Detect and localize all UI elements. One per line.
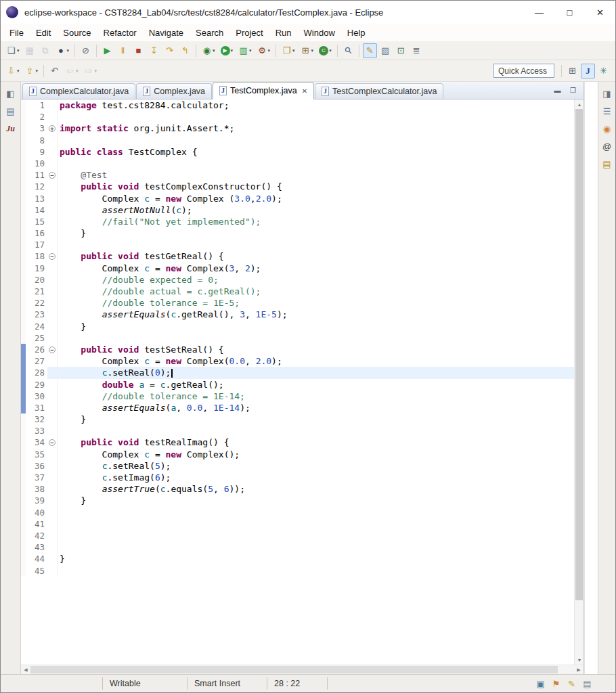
console-status-button[interactable]: ▣ xyxy=(533,677,548,690)
code-line[interactable]: 14 assertNotNull(c); xyxy=(21,204,574,216)
code-line[interactable]: 17 xyxy=(21,239,574,250)
javadoc-view-button[interactable]: @ xyxy=(600,139,614,154)
run-button[interactable]: ▶▾ xyxy=(219,43,236,58)
code-line[interactable]: 3+import static org.junit.Assert.*; xyxy=(21,122,574,134)
code-line[interactable]: 29 double a = c.getReal(); xyxy=(21,379,574,390)
menu-help[interactable]: Help xyxy=(341,25,372,41)
code-line[interactable]: 40 xyxy=(21,507,574,518)
code-line[interactable]: 15 //fail("Not yet implemented"); xyxy=(21,216,574,227)
skip-breakpoints-button[interactable]: ⊘ xyxy=(79,43,93,58)
step-return-button[interactable]: ↰ xyxy=(178,43,192,58)
code-line[interactable]: 1package test.cst8284.calculator; xyxy=(21,99,574,111)
code-line[interactable]: 34− public void testRealImag() { xyxy=(21,437,574,448)
code-area[interactable]: 1package test.cst8284.calculator;23+impo… xyxy=(21,99,574,665)
code-line[interactable]: 26− public void testSetReal() { xyxy=(21,344,574,355)
code-line[interactable]: 13 Complex c = new Complex (3.0,2.0); xyxy=(21,193,574,204)
minimize-editor-button[interactable]: ▬ xyxy=(550,83,565,98)
code-line[interactable]: 30 //double tolerance = 1E-14; xyxy=(21,390,574,402)
external-tools-button[interactable]: ⚙▾ xyxy=(255,43,273,58)
step-over-button[interactable]: ↷ xyxy=(162,43,177,58)
new-class-button[interactable]: C▾ xyxy=(317,43,334,58)
debug-button[interactable]: ◉▾ xyxy=(200,43,217,58)
code-line[interactable]: 16 } xyxy=(21,227,574,239)
horizontal-scrollbar[interactable]: ◀ ▶ xyxy=(21,665,584,674)
menu-run[interactable]: Run xyxy=(269,25,298,41)
horizontal-scroll-thumb[interactable] xyxy=(30,666,558,673)
vertical-scrollbar[interactable]: ▲ ▼ xyxy=(574,99,584,665)
code-line[interactable]: 12 public void testComplexConstructor() … xyxy=(21,181,574,192)
scroll-right-button[interactable]: ▶ xyxy=(574,665,584,675)
bookmark-status-button[interactable]: ⚑ xyxy=(549,677,563,690)
code-line[interactable]: 32 } xyxy=(21,413,574,425)
code-line[interactable]: 38 assertTrue(c.equals(5, 6)); xyxy=(21,483,574,495)
code-line[interactable]: 20 //double expected = 0; xyxy=(21,274,574,286)
show-views-button[interactable]: ≣ xyxy=(410,43,424,58)
code-line[interactable]: 10 xyxy=(21,158,574,169)
show-annotations-button[interactable]: ▧ xyxy=(378,43,393,58)
fold-collapse-icon[interactable]: − xyxy=(49,172,56,179)
menu-refactor[interactable]: Refactor xyxy=(97,25,143,41)
code-line[interactable]: 31 assertEquals(a, 0.0, 1E-14); xyxy=(21,402,574,413)
menu-edit[interactable]: Edit xyxy=(30,25,57,41)
step-into-button[interactable]: ↧ xyxy=(147,43,161,58)
code-line[interactable]: 42 xyxy=(21,530,574,541)
code-line[interactable]: 11− @Test xyxy=(21,169,574,181)
new-wizard-button[interactable]: ❏▾ xyxy=(4,43,22,58)
code-line[interactable]: 28 c.setReal(0); xyxy=(21,367,574,378)
next-annotation-button[interactable]: ⇩▾ xyxy=(4,64,22,79)
tab-close-icon[interactable]: ✕ xyxy=(302,87,307,95)
code-line[interactable]: 8 xyxy=(21,135,574,146)
scroll-up-button[interactable]: ▲ xyxy=(575,99,584,109)
tab-Complex-java[interactable]: JComplex.java xyxy=(136,83,212,99)
menu-project[interactable]: Project xyxy=(229,25,269,41)
code-line[interactable]: 37 c.setImag(6); xyxy=(21,472,574,483)
code-line[interactable]: 25 xyxy=(21,332,574,344)
close-window-button[interactable]: ✕ xyxy=(585,1,615,24)
code-line[interactable]: 43 xyxy=(21,541,574,553)
fold-collapse-icon[interactable]: − xyxy=(49,253,56,260)
restore-left-views-button[interactable]: ◧ xyxy=(3,86,18,101)
package-explorer-button[interactable]: ▤ xyxy=(3,104,18,118)
maximize-window-button[interactable]: □ xyxy=(554,1,585,24)
scroll-left-button[interactable]: ◀ xyxy=(21,665,30,675)
code-line[interactable]: 23 assertEquals(c.getReal(), 3, 1E-5); xyxy=(21,309,574,320)
horizontal-scroll-track[interactable] xyxy=(30,665,574,674)
code-line[interactable]: 21 //double actual = c.getReal(); xyxy=(21,286,574,297)
javaee-perspective-button[interactable]: ✳ xyxy=(596,64,611,79)
menu-source[interactable]: Source xyxy=(57,25,97,41)
coverage-button[interactable]: ▥▾ xyxy=(236,43,254,58)
menu-file[interactable]: File xyxy=(3,25,30,41)
minimize-window-button[interactable]: — xyxy=(524,1,554,24)
code-line[interactable]: 2 xyxy=(21,111,574,122)
outline-view-button[interactable]: ☰ xyxy=(600,104,614,118)
tab-TestComplexCalculator-java[interactable]: JTestComplexCalculator.java xyxy=(315,83,443,99)
vertical-scroll-track[interactable] xyxy=(575,109,584,655)
resume-button[interactable]: ▶ xyxy=(100,43,114,58)
heap-status-button[interactable]: ▤ xyxy=(580,677,594,690)
code-line[interactable]: 33 xyxy=(21,425,574,437)
vertical-scroll-thumb[interactable] xyxy=(575,109,583,600)
quick-access-input[interactable]: Quick Access xyxy=(493,64,554,78)
terminate-button[interactable]: ■ xyxy=(131,43,146,58)
code-line[interactable]: 36 c.setReal(5); xyxy=(21,460,574,472)
code-line[interactable]: 27 Complex c = new Complex(0.0, 2.0); xyxy=(21,355,574,367)
back-button[interactable]: ⇦▾ xyxy=(63,64,81,79)
fold-expand-icon[interactable]: + xyxy=(49,125,56,132)
previous-annotation-button[interactable]: ⇧▾ xyxy=(23,64,41,79)
suspend-button[interactable]: ‖ xyxy=(116,43,130,58)
code-line[interactable]: 24 } xyxy=(21,321,574,332)
code-line[interactable]: 18− public void testGetReal() { xyxy=(21,250,574,262)
code-line[interactable]: 35 Complex c = new Complex(); xyxy=(21,449,574,460)
maximize-editor-button[interactable]: ❐ xyxy=(566,83,580,98)
mark-occurrences-button[interactable]: ✎ xyxy=(363,43,377,58)
task-list-button[interactable]: ◉ xyxy=(600,121,614,136)
code-line[interactable]: 19 Complex c = new Complex(3, 2); xyxy=(21,263,574,274)
tab-ComplexCalculator-java[interactable]: JComplexCalculator.java xyxy=(22,83,135,99)
fold-collapse-icon[interactable]: − xyxy=(49,439,56,446)
menu-window[interactable]: Window xyxy=(298,25,341,41)
open-type-button[interactable]: ⊡ xyxy=(394,43,408,58)
new-java-project-button[interactable]: ❒▾ xyxy=(280,43,297,58)
new-package-button[interactable]: ⊞▾ xyxy=(299,43,316,58)
forward-button[interactable]: ⇨▾ xyxy=(82,64,100,79)
menu-search[interactable]: Search xyxy=(190,25,229,41)
